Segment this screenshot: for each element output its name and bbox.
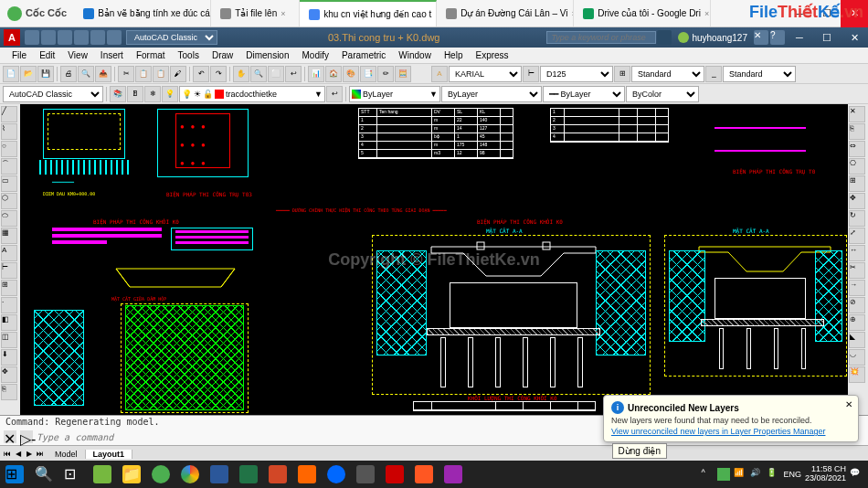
block-tool[interactable]: ◫ [1, 332, 17, 348]
notification-link[interactable]: View unreconciled new layers in Layer Pr… [611, 427, 851, 436]
taskbar-excel[interactable] [234, 461, 263, 488]
help-search-input[interactable] [546, 31, 656, 44]
qat-undo-icon[interactable] [74, 30, 89, 45]
menu-express[interactable]: Express [469, 50, 514, 60]
explode-tool[interactable]: 💥 [849, 366, 865, 383]
erase-tool[interactable]: ✕ [849, 106, 865, 122]
model-space-canvas[interactable]: Copyright © FileThietKe.vn ━━━━━━━━ ● ● … [20, 104, 848, 415]
tray-shield-icon[interactable] [717, 468, 730, 481]
dimstyle-dropdown[interactable]: D125 [540, 66, 613, 82]
menu-draw[interactable]: Draw [206, 50, 239, 60]
acad-maximize-button[interactable]: ☐ [813, 24, 841, 51]
tray-volume-icon[interactable]: 🔊 [750, 468, 763, 481]
qat-save-icon[interactable] [58, 30, 72, 45]
match-button[interactable]: 🖌 [170, 66, 186, 82]
scale-tool[interactable]: ⤢ [849, 228, 865, 244]
taskbar-app1[interactable] [351, 461, 380, 488]
taskbar-explorer[interactable]: 📁 [117, 461, 146, 488]
open-button[interactable]: 📂 [20, 66, 37, 82]
qat-new-icon[interactable] [25, 30, 39, 45]
taskbar-foxit[interactable] [292, 461, 322, 488]
chamfer-tool[interactable]: ◣ [849, 332, 865, 348]
menu-window[interactable]: Window [392, 50, 438, 60]
properties-button[interactable]: 📊 [308, 66, 324, 82]
save-button[interactable]: 💾 [37, 66, 54, 82]
command-close-icon[interactable]: ✕ [4, 430, 16, 443]
tray-lang[interactable]: ENG [783, 470, 801, 479]
menu-help[interactable]: Help [438, 50, 470, 60]
print-button[interactable]: 🖨 [60, 66, 77, 82]
browser-tab-4[interactable]: Drive của tôi - Google Dri× [574, 0, 711, 27]
stretch-tool[interactable]: ↔ [849, 245, 865, 261]
redo-button[interactable]: ↷ [210, 66, 227, 82]
taskbar-autocad[interactable] [380, 461, 409, 488]
menu-file[interactable]: File [5, 50, 33, 60]
plotstyle-dropdown[interactable]: ByColor [626, 86, 699, 102]
menu-parametric[interactable]: Parametric [335, 50, 392, 60]
text-tool[interactable]: A [1, 245, 17, 261]
rotate-tool[interactable]: ↻ [849, 210, 865, 227]
acad-minimize-button[interactable]: ─ [786, 24, 813, 51]
taskbar-coccoc[interactable] [146, 461, 175, 488]
pan-button[interactable]: ✋ [233, 66, 249, 82]
publish-button[interactable]: 📤 [95, 66, 111, 82]
tab-next-button[interactable]: ▶ [24, 450, 35, 458]
search-button[interactable]: 🔍 [29, 461, 58, 488]
fillet-tool[interactable]: ◡ [849, 349, 865, 366]
menu-dimension[interactable]: Dimension [239, 50, 295, 60]
zoom-button[interactable]: 🔍 [250, 66, 267, 82]
preview-button[interactable]: 🔍 [78, 66, 94, 82]
ellipse-tool[interactable]: ⬭ [1, 210, 17, 227]
tablestyle-dropdown[interactable]: Standard [631, 66, 704, 82]
tool-palette-button[interactable]: 🎨 [343, 66, 359, 82]
point-tool[interactable]: · [1, 297, 17, 313]
exchange-icon[interactable]: ✕ [754, 30, 768, 45]
model-tab[interactable]: Model [48, 450, 86, 459]
close-icon[interactable]: × [281, 9, 290, 18]
design-center-button[interactable]: 🏠 [325, 66, 342, 82]
menu-view[interactable]: View [61, 50, 94, 60]
undo-button[interactable]: ↶ [193, 66, 209, 82]
layout1-tab[interactable]: Layout1 [86, 450, 133, 459]
break-tool[interactable]: ⊘ [849, 297, 865, 313]
line-tool[interactable]: ╱ [1, 106, 17, 122]
tablestyle-icon[interactable]: ⊞ [614, 66, 630, 82]
taskbar-word[interactable] [205, 461, 234, 488]
tray-up-icon[interactable]: ^ [701, 468, 714, 481]
layer-freeze-button[interactable]: ❄ [144, 86, 161, 102]
browser-tab-1[interactable]: Tải file lên× [211, 0, 300, 27]
layer-off-button[interactable]: 💡 [162, 86, 178, 102]
browser-tab-3[interactable]: Dự án Đường Cái Lân – Vi× [437, 0, 574, 27]
qat-print-icon[interactable] [107, 30, 122, 45]
move-mod-tool[interactable]: ✥ [849, 193, 865, 209]
workspace-combo[interactable]: AutoCAD Classic [3, 86, 103, 102]
copy-mod-tool[interactable]: ⎘ [849, 123, 865, 140]
polyline-tool[interactable]: ⌇ [1, 123, 17, 140]
mirror-tool[interactable]: ⇔ [849, 141, 865, 157]
textstyle-dropdown[interactable]: KARIAL [449, 66, 522, 82]
mlstyle-dropdown[interactable]: Standard [723, 66, 796, 82]
tab-first-button[interactable]: ⏮ [2, 450, 13, 458]
copy-button[interactable]: 📋 [135, 66, 152, 82]
zoom-window-button[interactable]: ⬜ [268, 66, 284, 82]
copy-tool[interactable]: ⎘ [1, 384, 17, 400]
menu-edit[interactable]: Edit [33, 50, 61, 60]
layer-prev-button[interactable]: ↩ [326, 86, 343, 102]
taskbar-app3[interactable] [439, 461, 468, 488]
move-tool[interactable]: ✥ [1, 366, 17, 383]
tray-network-icon[interactable]: 📶 [734, 468, 746, 481]
layer-props-button[interactable]: 📚 [110, 86, 126, 102]
autocad-logo-icon[interactable]: A [4, 29, 20, 46]
menu-insert[interactable]: Insert [94, 50, 130, 60]
quickcalc-button[interactable]: 🧮 [395, 66, 411, 82]
menu-modify[interactable]: Modify [296, 50, 335, 60]
taskview-button[interactable]: ⊡ [58, 461, 88, 488]
paste-button[interactable]: 📋 [153, 66, 169, 82]
table-tool[interactable]: ⊞ [1, 280, 17, 296]
signed-in-user[interactable]: huyhoang127 [678, 32, 747, 43]
tab-prev-button[interactable]: ◀ [13, 450, 24, 458]
dimstyle-icon[interactable]: ⊢ [523, 66, 539, 82]
hatch-tool[interactable]: ▦ [1, 228, 17, 244]
close-icon[interactable]: × [704, 9, 711, 18]
layer-states-button[interactable]: 🎚 [127, 86, 143, 102]
